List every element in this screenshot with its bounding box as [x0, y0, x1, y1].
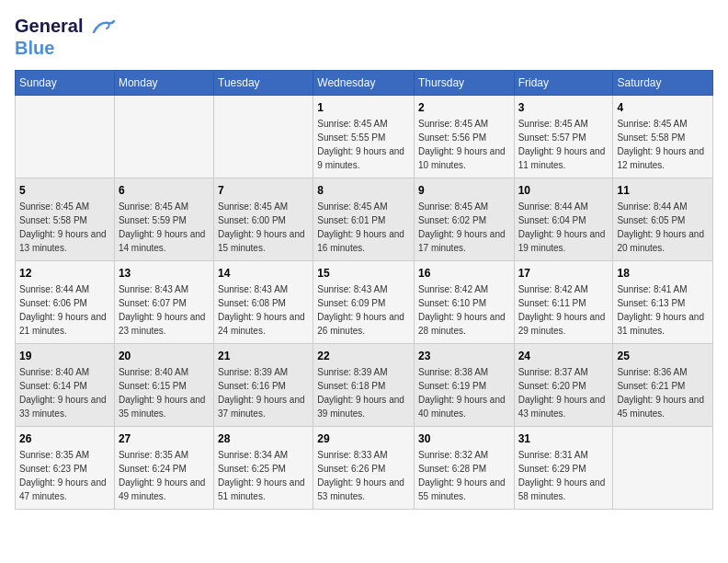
calendar-cell: 13Sunrise: 8:43 AM Sunset: 6:07 PM Dayli…: [114, 261, 213, 344]
day-info: Sunrise: 8:33 AM Sunset: 6:26 PM Dayligh…: [317, 448, 410, 503]
calendar-cell: 21Sunrise: 8:39 AM Sunset: 6:16 PM Dayli…: [214, 344, 313, 427]
day-number: 26: [19, 432, 110, 445]
day-info: Sunrise: 8:43 AM Sunset: 6:07 PM Dayligh…: [119, 282, 210, 338]
day-number: 31: [518, 432, 609, 445]
day-info: Sunrise: 8:44 AM Sunset: 6:06 PM Dayligh…: [19, 282, 110, 338]
calendar-cell: 31Sunrise: 8:31 AM Sunset: 6:29 PM Dayli…: [514, 427, 613, 510]
day-number: 16: [418, 267, 510, 280]
day-number: 17: [518, 267, 609, 280]
calendar-cell: 20Sunrise: 8:40 AM Sunset: 6:15 PM Dayli…: [114, 344, 213, 427]
day-info: Sunrise: 8:40 AM Sunset: 6:15 PM Dayligh…: [119, 365, 210, 420]
day-info: Sunrise: 8:42 AM Sunset: 6:10 PM Dayligh…: [418, 282, 510, 338]
day-number: 22: [317, 350, 410, 362]
day-number: 3: [518, 101, 609, 114]
logo-text: General Blue: [15, 15, 116, 59]
day-info: Sunrise: 8:38 AM Sunset: 6:19 PM Dayligh…: [418, 365, 510, 420]
calendar-cell: 29Sunrise: 8:33 AM Sunset: 6:26 PM Dayli…: [313, 427, 415, 510]
weekday-header-thursday: Thursday: [415, 71, 515, 96]
day-info: Sunrise: 8:34 AM Sunset: 6:25 PM Dayligh…: [218, 448, 309, 503]
calendar-cell: 27Sunrise: 8:35 AM Sunset: 6:24 PM Dayli…: [114, 427, 213, 510]
day-number: 14: [218, 267, 309, 280]
calendar-cell: 30Sunrise: 8:32 AM Sunset: 6:28 PM Dayli…: [415, 427, 515, 510]
calendar-cell: [214, 96, 313, 178]
calendar-cell: [16, 96, 115, 178]
day-info: Sunrise: 8:39 AM Sunset: 6:16 PM Dayligh…: [218, 365, 309, 420]
day-info: Sunrise: 8:43 AM Sunset: 6:09 PM Dayligh…: [317, 282, 410, 338]
day-number: 29: [317, 432, 410, 445]
page-header: General Blue: [15, 15, 713, 59]
day-number: 27: [119, 432, 210, 445]
calendar-cell: 8Sunrise: 8:45 AM Sunset: 6:01 PM Daylig…: [313, 178, 415, 261]
weekday-header-row: SundayMondayTuesdayWednesdayThursdayFrid…: [16, 71, 713, 96]
day-number: 24: [518, 350, 609, 362]
calendar-cell: 24Sunrise: 8:37 AM Sunset: 6:20 PM Dayli…: [514, 344, 613, 427]
calendar-week-row: 5Sunrise: 8:45 AM Sunset: 5:58 PM Daylig…: [16, 178, 713, 261]
weekday-header-friday: Friday: [514, 71, 613, 96]
day-number: 25: [617, 350, 709, 362]
calendar-cell: 2Sunrise: 8:45 AM Sunset: 5:56 PM Daylig…: [415, 96, 515, 178]
day-info: Sunrise: 8:41 AM Sunset: 6:13 PM Dayligh…: [617, 282, 709, 338]
day-info: Sunrise: 8:45 AM Sunset: 5:58 PM Dayligh…: [617, 117, 709, 172]
day-info: Sunrise: 8:45 AM Sunset: 5:55 PM Dayligh…: [317, 117, 410, 172]
weekday-header-sunday: Sunday: [16, 71, 115, 96]
calendar-cell: 19Sunrise: 8:40 AM Sunset: 6:14 PM Dayli…: [16, 344, 115, 427]
calendar-week-row: 26Sunrise: 8:35 AM Sunset: 6:23 PM Dayli…: [16, 427, 713, 510]
day-info: Sunrise: 8:45 AM Sunset: 5:57 PM Dayligh…: [518, 117, 609, 172]
day-info: Sunrise: 8:45 AM Sunset: 5:58 PM Dayligh…: [19, 200, 110, 255]
day-info: Sunrise: 8:45 AM Sunset: 5:59 PM Dayligh…: [119, 200, 210, 255]
calendar-cell: 10Sunrise: 8:44 AM Sunset: 6:04 PM Dayli…: [514, 178, 613, 261]
day-number: 7: [218, 184, 309, 197]
day-number: 23: [418, 350, 510, 362]
weekday-header-monday: Monday: [114, 71, 213, 96]
calendar-cell: 9Sunrise: 8:45 AM Sunset: 6:02 PM Daylig…: [415, 178, 515, 261]
calendar-cell: 6Sunrise: 8:45 AM Sunset: 5:59 PM Daylig…: [114, 178, 213, 261]
calendar-cell: 15Sunrise: 8:43 AM Sunset: 6:09 PM Dayli…: [313, 261, 415, 344]
calendar-week-row: 1Sunrise: 8:45 AM Sunset: 5:55 PM Daylig…: [16, 96, 713, 178]
calendar-cell: 3Sunrise: 8:45 AM Sunset: 5:57 PM Daylig…: [514, 96, 613, 178]
calendar-cell: 1Sunrise: 8:45 AM Sunset: 5:55 PM Daylig…: [313, 96, 415, 178]
day-number: 21: [218, 350, 309, 362]
calendar-cell: [114, 96, 213, 178]
day-number: 15: [317, 267, 410, 280]
calendar-cell: 17Sunrise: 8:42 AM Sunset: 6:11 PM Dayli…: [514, 261, 613, 344]
day-number: 13: [119, 267, 210, 280]
day-info: Sunrise: 8:36 AM Sunset: 6:21 PM Dayligh…: [617, 365, 709, 420]
calendar-cell: 5Sunrise: 8:45 AM Sunset: 5:58 PM Daylig…: [16, 178, 115, 261]
calendar-cell: 7Sunrise: 8:45 AM Sunset: 6:00 PM Daylig…: [214, 178, 313, 261]
day-number: 4: [617, 101, 709, 114]
day-number: 30: [418, 432, 510, 445]
day-number: 19: [19, 350, 110, 362]
day-info: Sunrise: 8:31 AM Sunset: 6:29 PM Dayligh…: [518, 448, 609, 503]
calendar-cell: [613, 427, 713, 510]
day-info: Sunrise: 8:44 AM Sunset: 6:05 PM Dayligh…: [617, 200, 709, 255]
calendar-cell: 25Sunrise: 8:36 AM Sunset: 6:21 PM Dayli…: [613, 344, 713, 427]
calendar-cell: 18Sunrise: 8:41 AM Sunset: 6:13 PM Dayli…: [613, 261, 713, 344]
day-info: Sunrise: 8:45 AM Sunset: 6:02 PM Dayligh…: [418, 200, 510, 255]
day-number: 6: [119, 184, 210, 197]
day-number: 5: [19, 184, 110, 197]
weekday-header-saturday: Saturday: [613, 71, 713, 96]
day-info: Sunrise: 8:35 AM Sunset: 6:23 PM Dayligh…: [19, 448, 110, 503]
calendar-table: SundayMondayTuesdayWednesdayThursdayFrid…: [15, 70, 713, 510]
calendar-cell: 14Sunrise: 8:43 AM Sunset: 6:08 PM Dayli…: [214, 261, 313, 344]
day-info: Sunrise: 8:42 AM Sunset: 6:11 PM Dayligh…: [518, 282, 609, 338]
calendar-week-row: 12Sunrise: 8:44 AM Sunset: 6:06 PM Dayli…: [16, 261, 713, 344]
day-info: Sunrise: 8:39 AM Sunset: 6:18 PM Dayligh…: [317, 365, 410, 420]
day-number: 1: [317, 101, 410, 114]
day-number: 8: [317, 184, 410, 197]
day-number: 28: [218, 432, 309, 445]
day-info: Sunrise: 8:43 AM Sunset: 6:08 PM Dayligh…: [218, 282, 309, 338]
calendar-cell: 26Sunrise: 8:35 AM Sunset: 6:23 PM Dayli…: [16, 427, 115, 510]
calendar-cell: 16Sunrise: 8:42 AM Sunset: 6:10 PM Dayli…: [415, 261, 515, 344]
day-number: 10: [518, 184, 609, 197]
calendar-cell: 22Sunrise: 8:39 AM Sunset: 6:18 PM Dayli…: [313, 344, 415, 427]
calendar-cell: 12Sunrise: 8:44 AM Sunset: 6:06 PM Dayli…: [16, 261, 115, 344]
day-number: 9: [418, 184, 510, 197]
day-info: Sunrise: 8:40 AM Sunset: 6:14 PM Dayligh…: [19, 365, 110, 420]
day-number: 18: [617, 267, 709, 280]
day-info: Sunrise: 8:37 AM Sunset: 6:20 PM Dayligh…: [518, 365, 609, 420]
day-info: Sunrise: 8:32 AM Sunset: 6:28 PM Dayligh…: [418, 448, 510, 503]
calendar-cell: 11Sunrise: 8:44 AM Sunset: 6:05 PM Dayli…: [613, 178, 713, 261]
calendar-week-row: 19Sunrise: 8:40 AM Sunset: 6:14 PM Dayli…: [16, 344, 713, 427]
day-info: Sunrise: 8:45 AM Sunset: 5:56 PM Dayligh…: [418, 117, 510, 172]
